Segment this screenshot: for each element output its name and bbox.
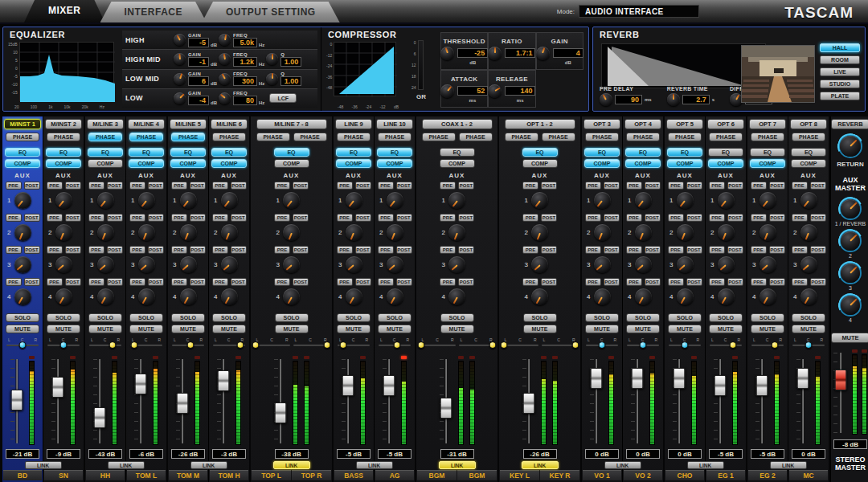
pan-slider[interactable]: LCR: [669, 337, 701, 353]
pan-slider[interactable]: LCR: [6, 337, 39, 353]
aux-master-knob-1[interactable]: [841, 199, 860, 219]
aux-send-knob-3[interactable]: [14, 256, 31, 273]
comp-button[interactable]: COMP: [667, 159, 702, 168]
mute-button[interactable]: MUTE: [47, 325, 80, 333]
aux-send-knob-2[interactable]: [531, 224, 548, 241]
pan-knob[interactable]: [187, 341, 194, 349]
post-button[interactable]: POST: [231, 278, 247, 286]
reverb-reverb-time-knob[interactable]: [667, 93, 680, 106]
comp-button[interactable]: COMP: [5, 159, 40, 168]
pre-button[interactable]: PRE: [751, 278, 767, 286]
fader-db-value[interactable]: -38 dB: [275, 449, 309, 459]
link-button[interactable]: LINK: [273, 461, 310, 469]
channel-select-button[interactable]: LINE 10: [376, 119, 413, 129]
eq-freq-value[interactable]: 300: [233, 76, 257, 86]
post-button[interactable]: POST: [686, 182, 702, 190]
comp-button[interactable]: COMP: [522, 159, 558, 168]
phase-button[interactable]: PHASE: [585, 133, 619, 141]
pre-button[interactable]: PRE: [171, 214, 187, 222]
phase-button[interactable]: PHASE: [293, 133, 327, 141]
phase-button[interactable]: PHASE: [171, 133, 205, 141]
pan-knob[interactable]: [19, 341, 27, 349]
pan-slider[interactable]: LCR: [586, 337, 618, 353]
comp-button[interactable]: COMP: [88, 159, 123, 168]
reverb-param-value[interactable]: 2.7: [682, 95, 710, 104]
fader-handle[interactable]: [674, 368, 686, 389]
phase-button[interactable]: PHASE: [256, 133, 290, 141]
fader-db-value[interactable]: -5 dB: [751, 449, 784, 459]
pre-button[interactable]: PRE: [751, 246, 767, 254]
comp-gain-knob[interactable]: [536, 47, 550, 60]
pre-button[interactable]: PRE: [792, 278, 808, 286]
aux-send-knob-4[interactable]: [594, 288, 611, 305]
post-button[interactable]: POST: [24, 182, 40, 190]
pre-button[interactable]: PRE: [668, 214, 684, 222]
post-button[interactable]: POST: [727, 182, 743, 190]
fader-handle[interactable]: [756, 375, 768, 396]
aux-send-knob-4[interactable]: [97, 288, 114, 305]
reverb-master-button[interactable]: REVERB: [831, 119, 868, 129]
aux-send-knob-1[interactable]: [55, 192, 72, 209]
channel-select-button[interactable]: OPT 8: [790, 119, 827, 129]
eq-button[interactable]: EQ: [170, 148, 206, 157]
pan-slider[interactable]: LCR: [379, 337, 411, 353]
post-button[interactable]: POST: [541, 182, 557, 190]
phase-button[interactable]: PHASE: [505, 133, 538, 141]
pan-knob[interactable]: [236, 341, 244, 349]
aux-send-knob-4[interactable]: [531, 288, 548, 305]
pre-button[interactable]: PRE: [274, 246, 290, 254]
pan-knob[interactable]: [394, 341, 401, 349]
channel-select-button[interactable]: OPT 4: [624, 119, 661, 129]
post-button[interactable]: POST: [604, 214, 620, 222]
eq-q-value[interactable]: 1.00: [280, 76, 301, 86]
mute-button[interactable]: MUTE: [668, 325, 702, 333]
comp-ratio-knob[interactable]: [488, 47, 502, 60]
solo-button[interactable]: SOLO: [378, 313, 411, 322]
fader-handle[interactable]: [591, 368, 603, 389]
post-button[interactable]: POST: [65, 214, 81, 222]
channel-select-button[interactable]: OPT 5: [666, 119, 703, 129]
fader-db-value[interactable]: -21 dB: [6, 449, 39, 459]
aux-send-knob-1[interactable]: [14, 192, 31, 209]
aux-master-knob-2[interactable]: [841, 231, 860, 251]
solo-button[interactable]: SOLO: [275, 313, 309, 322]
comp-button[interactable]: COMP: [170, 159, 206, 168]
pan-slider[interactable]: LCR: [542, 337, 577, 353]
pre-button[interactable]: PRE: [6, 214, 22, 222]
pre-button[interactable]: PRE: [47, 246, 63, 254]
fader-handle[interactable]: [522, 393, 534, 414]
mute-button[interactable]: MUTE: [751, 325, 784, 333]
link-button[interactable]: LINK: [439, 461, 476, 469]
aux-send-knob-1[interactable]: [180, 192, 197, 209]
aux-send-knob-3[interactable]: [387, 256, 403, 273]
pan-knob[interactable]: [131, 341, 138, 349]
solo-button[interactable]: SOLO: [212, 313, 246, 322]
post-button[interactable]: POST: [645, 246, 661, 254]
aux-send-knob-2[interactable]: [387, 224, 403, 241]
aux-send-knob-4[interactable]: [180, 288, 197, 305]
aux-send-knob-4[interactable]: [677, 288, 694, 305]
comp-ratio-value[interactable]: 1.7:1: [505, 48, 535, 58]
pre-button[interactable]: PRE: [440, 182, 456, 190]
pre-button[interactable]: PRE: [212, 182, 228, 190]
aux-send-knob-3[interactable]: [221, 256, 238, 273]
aux-send-knob-4[interactable]: [718, 288, 735, 305]
pan-knob[interactable]: [60, 341, 68, 349]
aux-send-knob-4[interactable]: [635, 288, 652, 305]
eq-button[interactable]: EQ: [88, 148, 123, 157]
eq-freq-value[interactable]: 5.0k: [233, 38, 257, 47]
pan-slider[interactable]: LCR: [627, 337, 659, 353]
master-db-value[interactable]: -8 dB: [833, 439, 867, 449]
post-button[interactable]: POST: [293, 246, 309, 254]
pre-button[interactable]: PRE: [751, 182, 767, 190]
pre-button[interactable]: PRE: [585, 214, 601, 222]
phase-button[interactable]: PHASE: [47, 133, 80, 141]
aux-send-knob-4[interactable]: [14, 288, 31, 305]
eq-q-knob[interactable]: [266, 53, 278, 65]
post-button[interactable]: POST: [355, 182, 371, 190]
pre-button[interactable]: PRE: [6, 278, 22, 286]
eq-button[interactable]: EQ: [750, 148, 785, 157]
comp-button[interactable]: COMP: [46, 159, 81, 168]
pre-button[interactable]: PRE: [274, 214, 290, 222]
pre-button[interactable]: PRE: [522, 246, 538, 254]
